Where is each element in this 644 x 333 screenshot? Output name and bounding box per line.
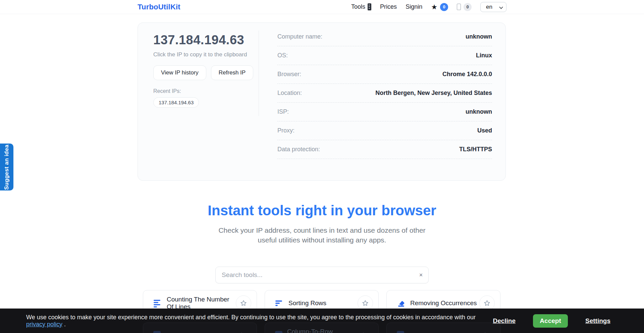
star-outline-icon [240, 299, 247, 307]
info-label: Proxy: [277, 127, 294, 134]
recent-ips-label: Recent IPs: [153, 88, 254, 94]
cookie-message-text: We use cookies to make your site experie… [26, 314, 476, 321]
language-select[interactable]: en [480, 2, 506, 12]
info-row-isp: ISP: unknown [277, 103, 492, 121]
star-outline-icon [362, 299, 369, 307]
ip-address[interactable]: 137.184.194.63 [153, 33, 254, 47]
info-value: North Bergen, New Jersey, United States [375, 90, 492, 97]
page-subtitle: Check your IP address, count lines in te… [211, 225, 433, 245]
cookie-message-period: . [62, 321, 66, 328]
tools-menu-icon [368, 3, 371, 10]
card-divider [259, 31, 259, 116]
info-value: unknown [466, 108, 492, 115]
info-label: ISP: [277, 108, 289, 115]
info-label: Browser: [277, 71, 301, 78]
privacy-policy-link[interactable]: privacy policy [26, 321, 62, 328]
info-row-computer-name: Computer name: unknown [277, 27, 492, 46]
info-row-location: Location: North Bergen, New Jersey, Unit… [277, 84, 492, 103]
tool-title: Removing Occurrences [410, 299, 479, 307]
history-count-badge: 0 [464, 3, 472, 11]
nav-prices[interactable]: Prices [380, 3, 397, 10]
favorites-count-badge: 0 [440, 3, 448, 11]
language-select-wrap: en [480, 2, 506, 12]
info-value: Chrome 142.0.0.0 [442, 71, 492, 78]
align-left-lines-icon [153, 299, 162, 308]
info-row-data-protection: Data protection: TLS/HTTPS [277, 140, 492, 159]
search-clear-icon[interactable]: × [414, 272, 428, 279]
tool-title: Sorting Rows [288, 299, 358, 307]
nav-signin-label: Signin [406, 3, 422, 10]
nav-tools[interactable]: Tools [351, 3, 371, 10]
info-value: unknown [466, 33, 492, 40]
favorites-star-icon: ★ [431, 3, 437, 10]
cookie-banner-content: We use cookies to make your site experie… [0, 309, 644, 333]
ip-info-card: 137.184.194.63 Click the IP to copy it t… [138, 22, 506, 181]
eraser-icon [397, 299, 406, 308]
app-logo[interactable]: TurboUtilKit [138, 3, 180, 11]
recent-ip-chip[interactable]: 137.184.194.63 [153, 97, 199, 108]
suggest-idea-label: Suggest an idea [3, 145, 10, 190]
info-value: Linux [476, 52, 492, 59]
nav-prices-label: Prices [380, 3, 397, 10]
accept-cookies-button[interactable]: Accept [533, 314, 568, 328]
refresh-ip-button[interactable]: Refresh IP [211, 65, 253, 80]
nav-signin[interactable]: Signin [406, 3, 422, 10]
decline-cookies-button[interactable]: Decline [493, 317, 516, 325]
cookie-message: We use cookies to make your site experie… [26, 314, 493, 328]
search-input[interactable] [216, 271, 414, 279]
favorites-button[interactable]: ★ 0 [431, 3, 448, 11]
star-outline-icon [483, 299, 491, 307]
top-nav: TurboUtilKit Tools Prices Signin ★ 0 0 [0, 0, 644, 14]
info-value: Used [477, 127, 492, 134]
info-value: TLS/HTTPS [459, 146, 492, 153]
history-icon [457, 4, 461, 10]
system-info-table: Computer name: unknown OS: Linux Browser… [277, 27, 492, 159]
search-box: × [215, 267, 429, 283]
info-row-os: OS: Linux [277, 46, 492, 65]
ip-copy-hint: Click the IP to copy it to the clipboard [153, 51, 254, 58]
info-row-proxy: Proxy: Used [277, 121, 492, 140]
suggest-idea-tab[interactable]: Suggest an idea [0, 144, 13, 190]
history-button[interactable]: 0 [457, 3, 472, 11]
info-label: Location: [277, 90, 302, 97]
info-row-browser: Browser: Chrome 142.0.0.0 [277, 65, 492, 84]
sort-lines-icon [275, 299, 284, 308]
view-ip-history-button[interactable]: View IP history [153, 65, 206, 80]
cookie-banner: Htaccess Generator ☆ Column-To-Row Conve… [0, 309, 644, 333]
nav-tools-label: Tools [351, 3, 365, 10]
cookie-settings-button[interactable]: Settings [585, 317, 610, 325]
info-label: Computer name: [277, 33, 322, 40]
info-label: OS: [277, 52, 288, 59]
page-title: Instant tools right in your browser [0, 203, 644, 219]
info-label: Data protection: [277, 146, 320, 153]
